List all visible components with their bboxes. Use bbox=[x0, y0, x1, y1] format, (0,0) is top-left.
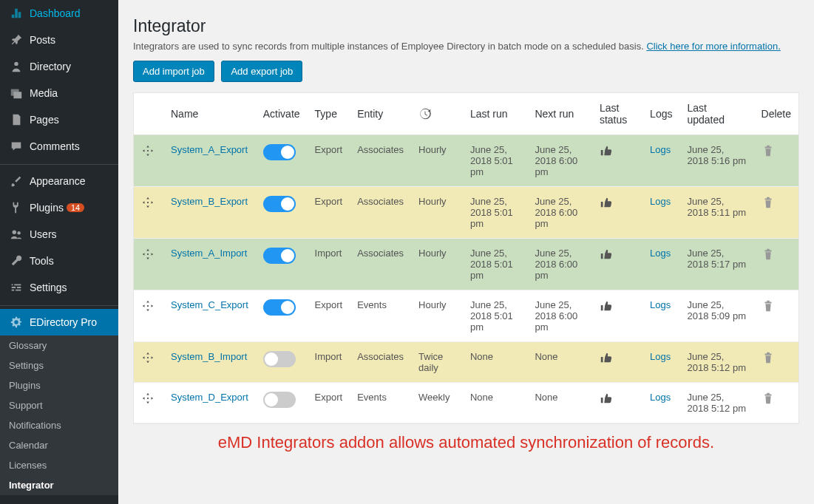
job-next-run: June 25, 2018 6:00 pm bbox=[527, 187, 591, 239]
drag-handle-icon[interactable] bbox=[141, 299, 156, 313]
job-name-link[interactable]: System_B_Import bbox=[171, 351, 247, 362]
integrator-table-wrap: Name Activate Type Entity Last run Next … bbox=[133, 92, 799, 424]
col-type: Type bbox=[308, 93, 350, 135]
sidebar-item-pages[interactable]: Pages bbox=[0, 106, 118, 133]
table-row: System_C_ExportExportEventsHourlyJune 25… bbox=[134, 290, 798, 342]
sidebar-item-label: Appearance bbox=[30, 175, 86, 187]
submenu-item-settings[interactable]: Settings bbox=[0, 355, 118, 375]
submenu-item-glossary[interactable]: Glossary bbox=[0, 336, 118, 355]
activate-toggle[interactable] bbox=[263, 351, 296, 367]
activate-toggle[interactable] bbox=[263, 299, 296, 316]
col-last-run: Last run bbox=[463, 93, 527, 135]
wrench-icon bbox=[9, 253, 24, 268]
media-icon bbox=[9, 86, 24, 101]
logs-link[interactable]: Logs bbox=[650, 144, 671, 155]
logs-link[interactable]: Logs bbox=[650, 196, 671, 207]
sidebar-item-settings[interactable]: Settings bbox=[0, 274, 118, 301]
job-frequency: Hourly bbox=[411, 135, 463, 187]
trash-icon[interactable] bbox=[762, 299, 791, 313]
job-type: Export bbox=[308, 290, 350, 342]
submenu-item-notifications[interactable]: Notifications bbox=[0, 415, 118, 435]
sidebar-item-media[interactable]: Media bbox=[0, 80, 118, 106]
sidebar-item-appearance[interactable]: Appearance bbox=[0, 168, 118, 194]
svg-point-0 bbox=[14, 62, 18, 66]
job-last-run: June 25, 2018 5:01 pm bbox=[463, 187, 527, 239]
job-name-link[interactable]: System_B_Export bbox=[171, 196, 248, 207]
users-icon bbox=[9, 227, 24, 242]
trash-icon[interactable] bbox=[762, 392, 791, 405]
submenu-item-plugins[interactable]: Plugins bbox=[0, 375, 118, 395]
sidebar-item-tools[interactable]: Tools bbox=[0, 248, 118, 274]
sidebar-item-users[interactable]: Users bbox=[0, 221, 118, 248]
job-type: Import bbox=[308, 342, 350, 383]
job-name-link[interactable]: System_D_Export bbox=[171, 392, 248, 403]
sidebar-item-label: Plugins bbox=[30, 202, 64, 214]
submenu-item-integrator[interactable]: Integrator bbox=[0, 475, 118, 495]
job-last-run: None bbox=[463, 383, 527, 423]
sidebar-item-edirectory-pro[interactable]: EDirectory Pro bbox=[0, 309, 118, 336]
job-next-run: June 25, 2018 6:00 pm bbox=[527, 290, 591, 342]
svg-point-1 bbox=[13, 231, 16, 234]
thumbs-up-icon bbox=[600, 144, 635, 157]
add-export-job-button[interactable]: Add export job bbox=[221, 61, 302, 82]
person-icon bbox=[9, 59, 24, 74]
page-description: Integrators are used to sync records fro… bbox=[133, 41, 799, 52]
job-frequency: Weekly bbox=[411, 383, 463, 423]
footer-caption: eMD Integrators addon allows automated s… bbox=[133, 433, 799, 452]
col-delete: Delete bbox=[754, 93, 798, 135]
job-last-run: June 25, 2018 5:01 pm bbox=[463, 135, 527, 187]
more-info-link[interactable]: Click here for more information. bbox=[646, 41, 780, 52]
submenu-item-support[interactable]: Support bbox=[0, 395, 118, 415]
submenu-item-licenses[interactable]: Licenses bbox=[0, 455, 118, 475]
sidebar-item-dashboard[interactable]: Dashboard bbox=[0, 0, 118, 27]
job-name-link[interactable]: System_A_Import bbox=[171, 248, 247, 259]
logs-link[interactable]: Logs bbox=[650, 299, 671, 310]
add-import-job-button[interactable]: Add import job bbox=[133, 61, 214, 82]
submenu-item-calendar[interactable]: Calendar bbox=[0, 435, 118, 455]
sidebar-item-plugins[interactable]: Plugins14 bbox=[0, 194, 118, 221]
job-entity: Events bbox=[350, 290, 411, 342]
drag-handle-icon[interactable] bbox=[141, 248, 156, 261]
sidebar-item-label: Directory bbox=[30, 61, 71, 72]
drag-handle-icon[interactable] bbox=[141, 392, 156, 405]
job-name-link[interactable]: System_A_Export bbox=[171, 144, 248, 155]
sidebar-item-label: EDirectory Pro bbox=[30, 316, 97, 328]
job-last-updated: June 25, 2018 5:17 pm bbox=[679, 239, 753, 290]
col-entity: Entity bbox=[350, 93, 411, 135]
job-name-link[interactable]: System_C_Export bbox=[171, 299, 248, 310]
activate-toggle[interactable] bbox=[263, 392, 296, 408]
col-drag bbox=[134, 93, 163, 135]
col-last-updated: Last updated bbox=[679, 93, 753, 135]
sidebar-item-comments[interactable]: Comments bbox=[0, 133, 118, 160]
activate-toggle[interactable] bbox=[263, 196, 296, 212]
drag-handle-icon[interactable] bbox=[141, 196, 156, 209]
job-type: Export bbox=[308, 383, 350, 423]
job-last-run: None bbox=[463, 342, 527, 383]
job-entity: Associates bbox=[350, 239, 411, 290]
drag-handle-icon[interactable] bbox=[141, 351, 156, 364]
activate-toggle[interactable] bbox=[263, 248, 296, 264]
table-row: System_D_ExportExportEventsWeeklyNoneNon… bbox=[134, 383, 798, 423]
logs-link[interactable]: Logs bbox=[650, 392, 671, 403]
activate-toggle[interactable] bbox=[263, 144, 296, 160]
job-frequency: Hourly bbox=[411, 239, 463, 290]
trash-icon[interactable] bbox=[762, 196, 791, 209]
job-entity: Associates bbox=[350, 187, 411, 239]
gear-icon bbox=[9, 315, 24, 330]
logs-link[interactable]: Logs bbox=[650, 351, 671, 362]
drag-handle-icon[interactable] bbox=[141, 144, 156, 157]
sidebar-item-label: Tools bbox=[30, 255, 54, 267]
sidebar-item-directory[interactable]: Directory bbox=[0, 53, 118, 80]
main-content: Integrator Integrators are used to sync … bbox=[118, 0, 814, 504]
job-next-run: None bbox=[527, 383, 591, 423]
sidebar-item-posts[interactable]: Posts bbox=[0, 27, 118, 53]
trash-icon[interactable] bbox=[762, 248, 791, 261]
sidebar-item-label: Comments bbox=[30, 140, 80, 152]
job-entity: Events bbox=[350, 383, 411, 423]
job-next-run: June 25, 2018 6:00 pm bbox=[527, 239, 591, 290]
trash-icon[interactable] bbox=[762, 351, 791, 364]
update-badge: 14 bbox=[67, 203, 84, 212]
trash-icon[interactable] bbox=[762, 144, 791, 157]
logs-link[interactable]: Logs bbox=[650, 248, 671, 259]
job-type: Export bbox=[308, 135, 350, 187]
